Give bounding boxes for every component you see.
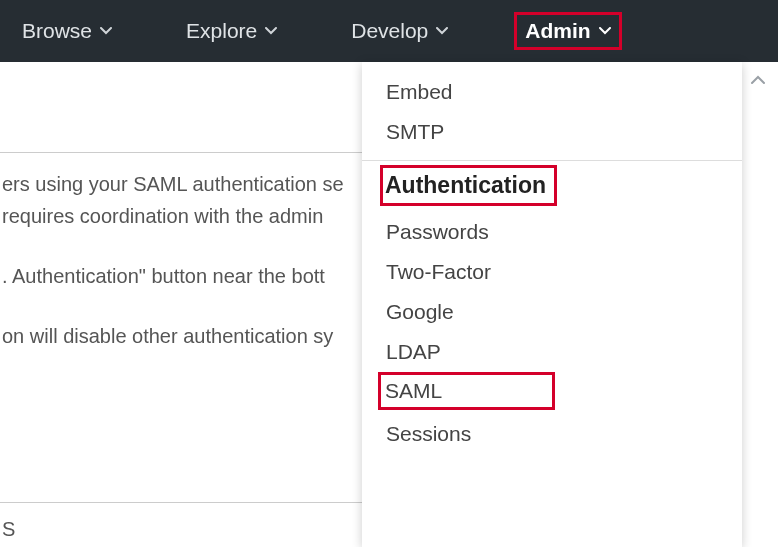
bg-s: S: [2, 518, 15, 541]
menu-item-saml-highlight: SAML: [382, 372, 722, 410]
bg-line1: ers using your SAML authentication se: [2, 173, 344, 195]
bg-line4: on will disable other authentication sy: [2, 325, 333, 347]
menu-item-google[interactable]: Google: [382, 292, 722, 332]
chevron-down-icon: [100, 25, 112, 37]
menu-item-ldap[interactable]: LDAP: [382, 332, 722, 372]
bg-line2: requires coordination with the admin: [2, 205, 323, 227]
body-area: ers using your SAML authentication se re…: [0, 62, 778, 547]
nav-admin-highlight: Admin: [514, 12, 621, 50]
menu-item-saml[interactable]: SAML: [385, 379, 442, 402]
nav-admin-label: Admin: [525, 19, 590, 43]
nav-develop[interactable]: Develop: [343, 13, 456, 49]
scroll-up-button[interactable]: [748, 70, 768, 90]
bg-line3: . Authentication" button near the bott: [2, 265, 325, 287]
menu-item-sessions[interactable]: Sessions: [382, 414, 722, 454]
menu-item-two-factor[interactable]: Two-Factor: [382, 252, 722, 292]
menu-header-authentication[interactable]: Authentication: [385, 172, 546, 198]
admin-dropdown: Embed SMTP Authentication Passwords Two-…: [362, 62, 742, 547]
chevron-down-icon: [599, 25, 611, 37]
chevron-down-icon: [265, 25, 277, 37]
menu-divider: [362, 160, 742, 161]
nav-explore[interactable]: Explore: [178, 13, 285, 49]
background-description: ers using your SAML authentication se re…: [0, 152, 362, 380]
divider: [0, 502, 362, 503]
nav-browse-label: Browse: [22, 19, 92, 43]
nav-develop-label: Develop: [351, 19, 428, 43]
nav-explore-label: Explore: [186, 19, 257, 43]
top-navbar: Browse Explore Develop Admin: [0, 0, 778, 62]
nav-admin[interactable]: Admin: [525, 19, 610, 43]
menu-header-authentication-highlight: Authentication: [382, 165, 722, 206]
menu-item-smtp[interactable]: SMTP: [382, 112, 722, 152]
menu-item-embed[interactable]: Embed: [382, 72, 722, 112]
chevron-down-icon: [436, 25, 448, 37]
nav-browse[interactable]: Browse: [14, 13, 120, 49]
menu-item-passwords[interactable]: Passwords: [382, 212, 722, 252]
